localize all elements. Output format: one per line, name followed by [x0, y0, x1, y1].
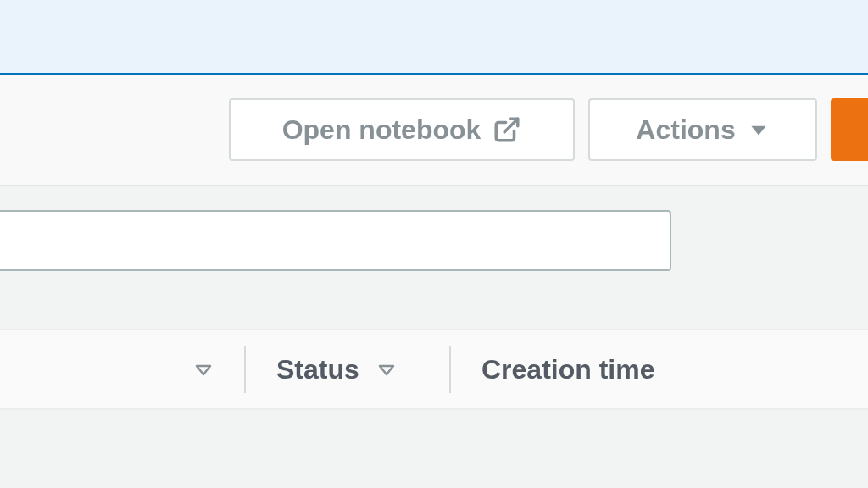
actions-label: Actions [636, 114, 735, 146]
sort-caret-icon [376, 359, 397, 380]
actions-dropdown-button[interactable]: Actions [588, 98, 817, 161]
status-column-label: Status [276, 354, 359, 385]
primary-action-button[interactable] [831, 98, 868, 161]
creation-time-column-label: Creation time [481, 354, 654, 385]
table-column-creation-time[interactable]: Creation time [451, 346, 722, 393]
caret-down-icon [748, 119, 770, 141]
external-link-icon [492, 115, 521, 144]
search-row [0, 210, 868, 271]
svg-line-0 [504, 119, 518, 132]
button-row: Open notebook Actions [0, 98, 868, 161]
sort-caret-icon [193, 359, 214, 380]
search-input[interactable] [0, 210, 671, 271]
content-area: Open notebook Actions [0, 75, 868, 488]
open-notebook-label: Open notebook [282, 114, 481, 146]
table-column-header[interactable] [0, 346, 244, 393]
table-header-row: Status Creation time [0, 329, 868, 410]
table-column-status[interactable]: Status [246, 346, 449, 393]
toolbar-panel: Open notebook Actions [0, 75, 868, 186]
open-notebook-button[interactable]: Open notebook [229, 98, 575, 161]
info-banner [0, 0, 868, 75]
